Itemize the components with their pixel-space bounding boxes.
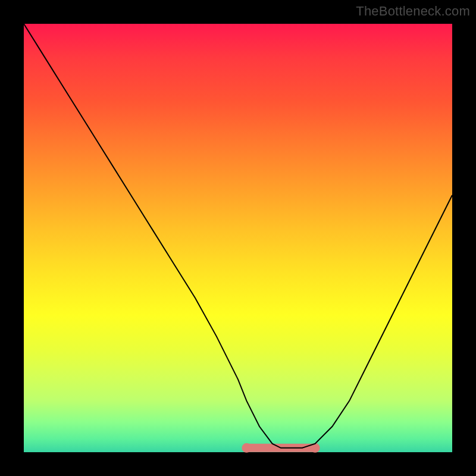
bottleneck-curve (24, 24, 452, 448)
curve-layer (24, 24, 452, 452)
optimal-band-endpoint-left (242, 443, 251, 453)
watermark-text: TheBottleneck.com (356, 4, 470, 19)
chart-frame: TheBottleneck.com (0, 0, 476, 476)
